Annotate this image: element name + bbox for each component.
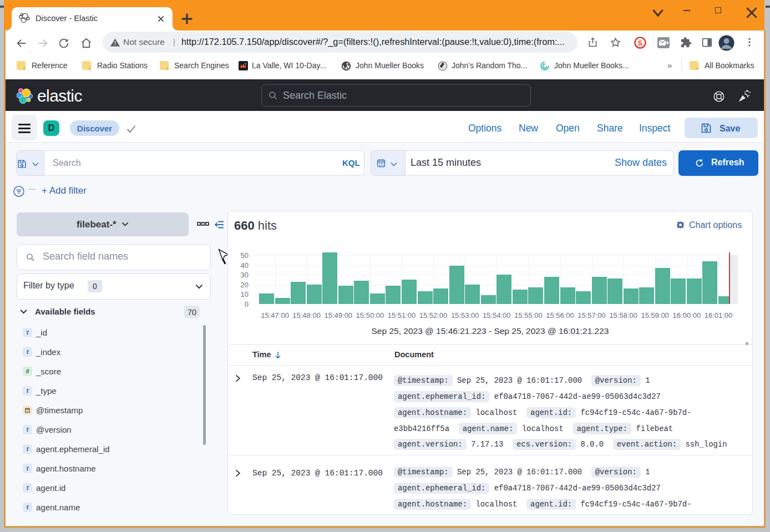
svg-text:S: S (638, 39, 642, 47)
